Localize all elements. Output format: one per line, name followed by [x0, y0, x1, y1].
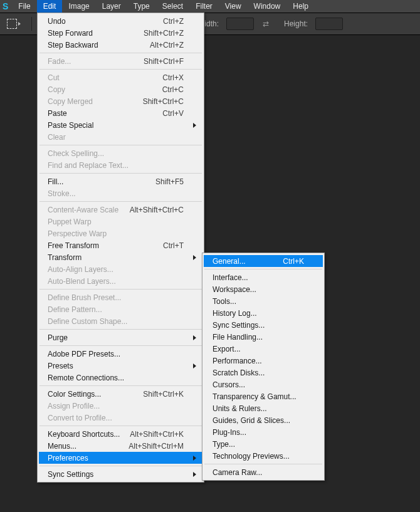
preferences-submenu-item-tools[interactable]: Tools...	[204, 295, 323, 307]
edit-dropdown: UndoCtrl+ZStep ForwardShift+Ctrl+ZStep B…	[37, 13, 204, 483]
menu-file[interactable]: File	[12, 0, 36, 13]
menu-item-label: Guides, Grid & Slices...	[213, 416, 290, 425]
edit-dropdown-item-transform[interactable]: Transform	[39, 251, 202, 263]
preferences-submenu-item-workspace[interactable]: Workspace...	[204, 283, 323, 295]
menu-item-label: Cursors...	[213, 380, 245, 389]
swap-dimensions-icon[interactable]: ⇄	[260, 18, 271, 29]
menu-item-label: Purge	[48, 333, 68, 342]
edit-dropdown-item-assign-profile: Assign Profile...	[39, 400, 202, 412]
menu-item-label: Copy Merged	[48, 97, 93, 106]
menubar: S File Edit Image Layer Type Select Filt…	[0, 0, 420, 13]
menu-item-label: Copy	[48, 85, 65, 94]
app-logo: S	[1, 1, 12, 11]
menu-item-shortcut: Shift+Ctrl+C	[143, 97, 184, 106]
edit-dropdown-item-step-backward[interactable]: Step BackwardAlt+Ctrl+Z	[39, 39, 202, 51]
menu-item-label: Presets	[48, 362, 73, 370]
preferences-submenu-item-type[interactable]: Type...	[204, 438, 323, 450]
chevron-right-icon	[193, 255, 196, 260]
menu-item-label: Cut	[48, 73, 60, 82]
menu-item-shortcut: Alt+Shift+Ctrl+K	[130, 430, 184, 439]
menu-type[interactable]: Type	[127, 0, 156, 13]
height-label: Height:	[284, 19, 308, 28]
marquee-icon	[7, 19, 17, 29]
edit-dropdown-item-paste[interactable]: PasteCtrl+V	[39, 107, 202, 119]
edit-dropdown-separator	[39, 69, 202, 70]
edit-dropdown-item-adobe-pdf-presets[interactable]: Adobe PDF Presets...	[39, 348, 202, 360]
menu-item-label: Stroke...	[48, 189, 76, 198]
preferences-submenu-item-history-log[interactable]: History Log...	[204, 307, 323, 319]
menu-item-label: Technology Previews...	[213, 452, 290, 461]
height-input[interactable]	[315, 18, 343, 30]
edit-dropdown-item-fill[interactable]: Fill...Shift+F5	[39, 175, 202, 187]
edit-dropdown-item-convert-to-profile: Convert to Profile...	[39, 412, 202, 424]
menu-image[interactable]: Image	[62, 0, 95, 13]
menu-item-shortcut: Alt+Ctrl+Z	[150, 41, 184, 50]
menu-item-label: Sync Settings	[48, 470, 93, 479]
preferences-submenu-item-sync-settings[interactable]: Sync Settings...	[204, 319, 323, 331]
edit-dropdown-separator	[39, 173, 202, 174]
chevron-down-icon	[18, 22, 21, 26]
menu-window[interactable]: Window	[248, 0, 287, 13]
preferences-submenu-item-guides-grid-slices[interactable]: Guides, Grid & Slices...	[204, 414, 323, 426]
menu-edit[interactable]: Edit	[37, 0, 63, 13]
edit-dropdown-item-presets[interactable]: Presets	[39, 360, 202, 372]
preferences-submenu-item-performance[interactable]: Performance...	[204, 355, 323, 367]
edit-dropdown-item-free-transform[interactable]: Free TransformCtrl+T	[39, 239, 202, 251]
tool-marquee[interactable]	[3, 14, 25, 33]
menu-item-label: Keyboard Shortcuts...	[48, 430, 120, 439]
chevron-right-icon	[193, 456, 196, 461]
menu-item-label: Check Spelling...	[48, 149, 104, 158]
menu-view[interactable]: View	[219, 0, 248, 13]
preferences-submenu-item-camera-raw[interactable]: Camera Raw...	[204, 466, 323, 478]
menu-help[interactable]: Help	[286, 0, 315, 13]
preferences-submenu-item-file-handling[interactable]: File Handling...	[204, 331, 323, 343]
edit-dropdown-item-keyboard-shortcuts[interactable]: Keyboard Shortcuts...Alt+Shift+Ctrl+K	[39, 428, 202, 440]
preferences-submenu-item-cursors[interactable]: Cursors...	[204, 379, 323, 390]
edit-dropdown-item-fade: Fade...Shift+Ctrl+F	[39, 55, 202, 67]
edit-dropdown-item-menus[interactable]: Menus...Alt+Shift+Ctrl+M	[39, 440, 202, 452]
width-input[interactable]	[226, 18, 254, 30]
menu-item-label: Puppet Warp	[48, 217, 92, 226]
menu-item-shortcut: Shift+F5	[155, 177, 184, 186]
menu-select[interactable]: Select	[156, 0, 189, 13]
menu-item-label: Define Custom Shape...	[48, 317, 127, 326]
edit-dropdown-item-step-forward[interactable]: Step ForwardShift+Ctrl+Z	[39, 27, 202, 39]
menu-item-label: Clear	[48, 133, 66, 142]
edit-dropdown-item-define-brush-preset: Define Brush Preset...	[39, 291, 202, 303]
preferences-submenu-item-export[interactable]: Export...	[204, 343, 323, 355]
edit-dropdown-item-remote-connections[interactable]: Remote Connections...	[39, 372, 202, 384]
edit-dropdown-item-undo[interactable]: UndoCtrl+Z	[39, 15, 202, 27]
menu-item-label: Auto-Blend Layers...	[48, 277, 116, 286]
edit-dropdown-separator	[39, 145, 202, 145]
preferences-submenu-item-scratch-disks[interactable]: Scratch Disks...	[204, 367, 323, 379]
edit-dropdown-item-preferences[interactable]: Preferences	[39, 452, 202, 464]
menu-item-label: Paste Special	[48, 121, 93, 130]
menu-item-label: Remote Connections...	[48, 374, 124, 382]
chevron-right-icon	[193, 363, 196, 368]
preferences-submenu-item-plug-ins[interactable]: Plug-Ins...	[204, 426, 323, 438]
preferences-submenu-item-general[interactable]: General...Ctrl+K	[204, 255, 323, 267]
edit-dropdown-item-content-aware-scale: Content-Aware ScaleAlt+Shift+Ctrl+C	[39, 204, 202, 216]
menu-item-label: General...	[213, 257, 246, 266]
menu-filter[interactable]: Filter	[189, 0, 219, 13]
edit-dropdown-item-color-settings[interactable]: Color Settings...Shift+Ctrl+K	[39, 388, 202, 400]
menu-item-shortcut: Shift+Ctrl+Z	[144, 29, 184, 38]
menu-item-label: Assign Profile...	[48, 402, 100, 410]
edit-dropdown-item-paste-special[interactable]: Paste Special	[39, 119, 202, 131]
menu-item-label: Units & Rulers...	[213, 404, 267, 413]
menu-item-label: Preferences	[48, 454, 88, 462]
chevron-right-icon	[193, 472, 196, 477]
menu-layer[interactable]: Layer	[96, 0, 127, 13]
edit-dropdown-item-copy-merged: Copy MergedShift+Ctrl+C	[39, 95, 202, 107]
edit-dropdown-item-sync-settings[interactable]: Sync Settings	[39, 468, 202, 480]
edit-dropdown-item-purge[interactable]: Purge	[39, 332, 202, 343]
preferences-submenu-item-interface[interactable]: Interface...	[204, 271, 323, 283]
preferences-submenu-item-transparency-gamut[interactable]: Transparency & Gamut...	[204, 390, 323, 402]
chevron-right-icon	[193, 123, 196, 128]
menu-item-label: Find and Replace Text...	[48, 161, 129, 170]
preferences-submenu-item-technology-previews[interactable]: Technology Previews...	[204, 450, 323, 462]
preferences-submenu-item-units-rulers[interactable]: Units & Rulers...	[204, 402, 323, 414]
menu-item-label: Define Pattern...	[48, 305, 102, 314]
menu-item-label: Adobe PDF Presets...	[48, 350, 120, 358]
edit-dropdown-item-stroke: Stroke...	[39, 187, 202, 199]
